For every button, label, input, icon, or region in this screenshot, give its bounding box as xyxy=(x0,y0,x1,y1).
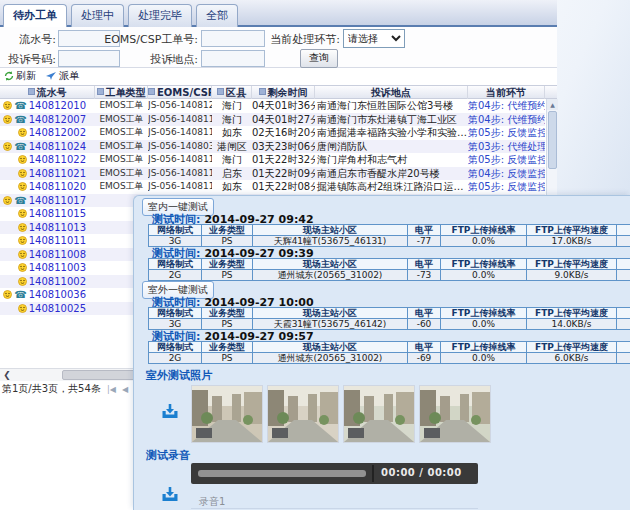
scroll-up-arrow[interactable]: ▲ xyxy=(547,99,558,110)
column-header-6[interactable]: 当前环节 xyxy=(468,86,545,99)
address-cell: 南通海门市东灶港镇丁海工业区 xyxy=(315,113,468,127)
stage-cell[interactable]: 第03步: 代维处理 xyxy=(468,140,545,154)
county-cell: 海门 xyxy=(212,113,252,127)
first-page-icon[interactable]: |◀ xyxy=(107,385,116,394)
type-cell: EMOS工单 xyxy=(95,180,148,194)
audio-progress-track[interactable] xyxy=(198,470,366,477)
tab-done[interactable]: 处理完毕 xyxy=(128,4,192,27)
serial-link[interactable]: 140810025 xyxy=(29,303,86,314)
serial-link[interactable]: 140811022 xyxy=(29,154,86,165)
table-row[interactable]: 140811021EMOS工单JS-056-140811-150启东01天22时… xyxy=(0,167,545,181)
phone-icon[interactable]: ☎ xyxy=(14,114,26,125)
test-value: PS xyxy=(202,270,253,281)
stage-select[interactable]: 请选择 xyxy=(343,29,405,48)
column-header-4[interactable]: 剩余时间 xyxy=(252,86,315,99)
stage-cell[interactable]: 第04步: 反馈监控 xyxy=(468,167,545,181)
smiley-icon xyxy=(3,290,12,299)
recording-label: 录音1 xyxy=(199,495,225,509)
test-value: PS xyxy=(202,319,253,330)
serial-link[interactable]: 140811021 xyxy=(29,168,86,179)
column-header-1[interactable]: 工单类型 xyxy=(95,86,148,99)
place-label: 投诉地点: xyxy=(100,52,198,67)
sort-icon xyxy=(28,88,35,95)
column-header-3[interactable]: 区县 xyxy=(212,86,252,99)
serial-label: 流水号: xyxy=(8,32,56,47)
county-cell: 海门 xyxy=(212,153,252,167)
table-row[interactable]: ☎140811024EMOS工单JS-056-140803-344港闸区03天2… xyxy=(0,140,545,154)
table-row[interactable]: 140811020EMOS工单JS-056-140811-160如东01天22时… xyxy=(0,180,545,194)
tab-all[interactable]: 全部 xyxy=(196,4,238,27)
serial-link[interactable]: 140811020 xyxy=(29,181,86,192)
test-col-header: 现场主站小区 xyxy=(253,308,408,319)
serial-link[interactable]: 140811015 xyxy=(29,208,86,219)
table-row[interactable]: 140812002EMOS工单JS-056-140811-291如东02天16时… xyxy=(0,126,545,140)
stage-cell[interactable]: 第05步: 反馈监控 xyxy=(468,153,545,167)
test-col-header: 网络制式 xyxy=(149,259,202,270)
column-header-2[interactable]: EOMS/CSP工单号 xyxy=(148,86,212,99)
serial-cell: ☎140812007 xyxy=(0,113,95,127)
serial-link[interactable]: 140812002 xyxy=(29,127,86,138)
test-value: 通州城东(20565_31002) xyxy=(253,270,408,281)
stage-cell[interactable]: 第05步: 反馈监控 xyxy=(468,126,545,140)
dispatch-button[interactable]: 派单 xyxy=(46,69,79,83)
prev-page-icon[interactable]: ◀ xyxy=(122,385,128,394)
table-row[interactable]: ☎140812010EMOS工单JS-056-140812-7海门04天01时3… xyxy=(0,99,545,113)
stage-cell[interactable]: 第05步: 反馈监控 xyxy=(468,180,545,194)
test-result-table: 网络制式业务类型现场主站小区电平FTP上传掉线率FTP上传平均速度FTP2GPS… xyxy=(148,258,630,281)
serial-link[interactable]: 140811011 xyxy=(29,235,86,246)
column-header-0[interactable]: 流水号 xyxy=(0,86,95,99)
phone-icon[interactable]: ☎ xyxy=(14,141,26,152)
place-input[interactable] xyxy=(201,50,265,67)
serial-link[interactable]: 140811008 xyxy=(29,249,86,260)
tab-processing[interactable]: 处理中 xyxy=(71,4,124,27)
test-col-header: 现场主站小区 xyxy=(253,225,408,236)
serial-link[interactable]: 140811002 xyxy=(29,276,86,287)
type-cell: EMOS工单 xyxy=(95,126,148,140)
stage-cell[interactable]: 第04步: 代维预约 xyxy=(468,113,545,127)
stage-cell[interactable]: 第04步: 代维预约 xyxy=(468,99,545,113)
street-photo-thumbnail[interactable] xyxy=(267,385,339,443)
test-col-header: 网络制式 xyxy=(149,225,202,236)
table-row[interactable]: 140811022EMOS工单JS-056-140811-248海门01天22时… xyxy=(0,153,545,167)
refresh-button[interactable]: 刷新 xyxy=(4,69,36,83)
recording-download-icon[interactable] xyxy=(161,486,179,506)
column-header-5[interactable]: 投诉地点 xyxy=(315,86,468,99)
serial-link[interactable]: 140811024 xyxy=(29,141,86,152)
serial-link[interactable]: 140811003 xyxy=(29,262,86,273)
table-row[interactable]: ☎140812007EMOS工单JS-056-140811-422海门04天01… xyxy=(0,113,545,127)
test-col-header: 业务类型 xyxy=(202,225,253,236)
test-value: 0.0% xyxy=(441,270,527,281)
query-button[interactable]: 查询 xyxy=(300,49,338,68)
test-value: -69 xyxy=(408,353,441,364)
address-cell: 海门岸角村和志气村 xyxy=(315,153,468,167)
serial-link[interactable]: 140811017 xyxy=(29,195,86,206)
tab-todo[interactable]: 待办工单 xyxy=(3,4,67,27)
serial-link[interactable]: 140812010 xyxy=(29,100,86,111)
sort-icon xyxy=(148,88,155,95)
street-photo-thumbnail[interactable] xyxy=(191,385,263,443)
phone-icon[interactable]: ☎ xyxy=(14,100,26,111)
phone-icon[interactable]: ☎ xyxy=(14,289,26,300)
pager-text: 第1页/共3页，共54条 xyxy=(2,383,101,394)
street-photo-thumbnail[interactable] xyxy=(343,385,415,443)
test-col-header: FTP xyxy=(617,225,630,236)
vertical-scroll-thumb[interactable] xyxy=(548,111,557,169)
test-value: 天霞31幢T(53675_46142) xyxy=(253,319,408,330)
serial-link[interactable]: 140811013 xyxy=(29,222,86,233)
photos-download-icon[interactable] xyxy=(161,403,179,423)
serial-link[interactable]: 140812007 xyxy=(29,114,86,125)
serial-link[interactable]: 140810036 xyxy=(29,289,86,300)
sort-icon xyxy=(259,88,266,95)
smiley-icon xyxy=(18,155,27,164)
serial-cell: 140811020 xyxy=(0,180,95,194)
test-value: PS xyxy=(202,353,253,364)
scroll-left-arrow[interactable]: ❮ xyxy=(1,369,13,381)
test-value: 0.0% xyxy=(441,353,527,364)
smiley-icon xyxy=(18,250,27,259)
test-col-header: 现场主站小区 xyxy=(253,259,408,270)
audio-player[interactable]: 00:00 / 00:00 xyxy=(191,463,478,484)
test-col-header: FTP上传掉线率 xyxy=(441,342,527,353)
eoms-cell: JS-056-140803-344 xyxy=(148,140,212,154)
phone-icon[interactable]: ☎ xyxy=(14,195,26,206)
street-photo-thumbnail[interactable] xyxy=(419,385,491,443)
